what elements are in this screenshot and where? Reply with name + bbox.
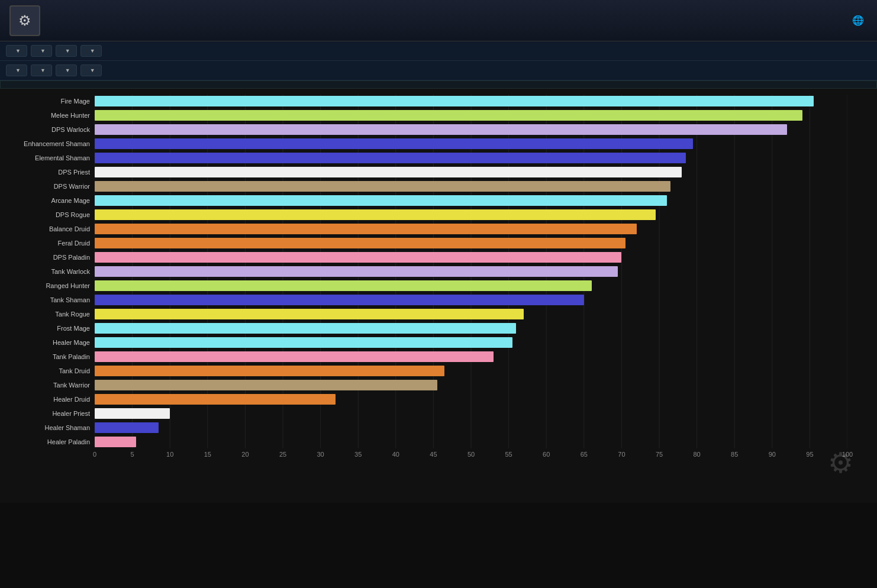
bars-container: Fire MageMelee HunterDPS WarlockEnhancem…	[95, 95, 847, 448]
damage-dropdown[interactable]: ▼	[6, 45, 27, 57]
aggregate-arrow: ▼	[90, 67, 95, 73]
bar-track	[95, 394, 847, 405]
bar-label: Balance Druid	[7, 225, 90, 232]
bar-label: DPS Rogue	[7, 211, 90, 218]
bar-fill	[95, 394, 336, 405]
bar-fill	[95, 138, 693, 149]
bar-label: DPS Paladin	[7, 254, 90, 261]
percentile-arrow: ▼	[15, 67, 21, 73]
bar-label: Healer Shaman	[7, 424, 90, 431]
bar-label: Fire Mage	[7, 98, 90, 105]
chart-container: Fire MageMelee HunterDPS WarlockEnhancem…	[95, 95, 847, 463]
zone-icon: ⚙	[9, 5, 40, 36]
bar-row: Tank Warrior	[95, 379, 847, 392]
bar-track	[95, 295, 847, 305]
x-tick: 90	[769, 451, 776, 458]
percentile-dropdown[interactable]: ▼	[6, 64, 27, 76]
bar-row: Arcane Mage	[95, 194, 847, 207]
x-tick: 50	[467, 451, 475, 458]
bar-row: Ranged Hunter	[95, 279, 847, 292]
all-bosses-dropdown[interactable]: ▼	[31, 45, 52, 57]
x-tick: 70	[618, 451, 625, 458]
bar-track	[95, 408, 847, 419]
bar-track	[95, 323, 847, 334]
bar-track	[95, 309, 847, 319]
x-tick: 10	[166, 451, 173, 458]
toolbar-row-1: ▼ ▼ ▼ ▼	[0, 41, 877, 61]
bar-track	[95, 195, 847, 206]
x-tick: 5	[131, 451, 134, 458]
bar-track	[95, 110, 847, 121]
bar-fill	[95, 238, 625, 248]
bar-track	[95, 153, 847, 163]
bar-track	[95, 422, 847, 433]
all-item-levels-arrow: ▼	[90, 48, 95, 54]
bar-row: Frost Mage	[95, 322, 847, 335]
bar-row: Tank Warlock	[95, 265, 847, 278]
bar-fill	[95, 280, 592, 291]
bar-fill	[95, 266, 618, 277]
x-tick: 25	[279, 451, 286, 458]
x-tick: 65	[581, 451, 588, 458]
bar-track	[95, 437, 847, 447]
bar-row: Healer Shaman	[95, 421, 847, 434]
x-tick: 75	[656, 451, 663, 458]
bar-fill	[95, 96, 814, 106]
standings-dropdown[interactable]: ▼	[56, 64, 77, 76]
bar-fill	[95, 309, 524, 319]
bar-label: DPS Priest	[7, 169, 90, 176]
bar-label: DPS Warrior	[7, 183, 90, 190]
all-classes-arrow: ▼	[65, 48, 70, 54]
standings-arrow: ▼	[65, 67, 70, 73]
bar-label: Arcane Mage	[7, 197, 90, 204]
all-bosses-arrow: ▼	[40, 48, 46, 54]
bar-track	[95, 138, 847, 149]
bar-row: Healer Paladin	[95, 435, 847, 448]
x-tick: 95	[806, 451, 813, 458]
x-tick: 30	[317, 451, 324, 458]
bar-label: Tank Warlock	[7, 268, 90, 275]
bar-track	[95, 280, 847, 291]
x-axis: 0510152025303540455055606570758085909510…	[95, 451, 847, 463]
x-tick: 60	[543, 451, 550, 458]
header-right: 🌐	[852, 15, 868, 26]
bar-label: Tank Rogue	[7, 311, 90, 318]
chart-area: Fire MageMelee HunterDPS WarlockEnhancem…	[0, 89, 877, 503]
all-classes-dropdown[interactable]: ▼	[56, 45, 77, 57]
bar-track	[95, 96, 847, 106]
x-tick: 20	[241, 451, 249, 458]
bar-label: Ranged Hunter	[7, 282, 90, 289]
bar-track	[95, 380, 847, 390]
bar-label: Enhancement Shaman	[7, 140, 90, 147]
bar-row: Elemental Shaman	[95, 151, 847, 164]
info-bar	[0, 80, 877, 89]
header: ⚙ 🌐	[0, 0, 877, 41]
bar-row: Healer Priest	[95, 407, 847, 420]
x-tick: 35	[354, 451, 362, 458]
bar-row: DPS Rogue	[95, 208, 847, 221]
bar-label: Healer Druid	[7, 396, 90, 403]
bar-row: DPS Priest	[95, 166, 847, 179]
x-tick: 45	[430, 451, 437, 458]
bar-fill	[95, 380, 437, 390]
bar-row: Melee Hunter	[95, 109, 847, 122]
bar-fill	[95, 124, 787, 135]
bar-track	[95, 366, 847, 376]
bar-track	[95, 337, 847, 348]
bar-fill	[95, 351, 494, 362]
bar-label: Tank Druid	[7, 367, 90, 374]
damage-arrow: ▼	[15, 48, 21, 54]
bar-row: Balance Druid	[95, 222, 847, 235]
bar-fill	[95, 209, 656, 220]
bar-fill	[95, 323, 516, 334]
bar-row: DPS Warlock	[95, 123, 847, 136]
bar-fill	[95, 181, 670, 192]
bar-fill	[95, 224, 637, 234]
bar-fill	[95, 153, 686, 163]
aggregate-dropdown[interactable]: ▼	[80, 64, 102, 76]
range-dropdown[interactable]: ▼	[31, 64, 52, 76]
bar-row: DPS Warrior	[95, 180, 847, 193]
bar-label: Healer Mage	[7, 339, 90, 346]
bar-track	[95, 238, 847, 248]
all-item-levels-dropdown[interactable]: ▼	[80, 45, 102, 57]
